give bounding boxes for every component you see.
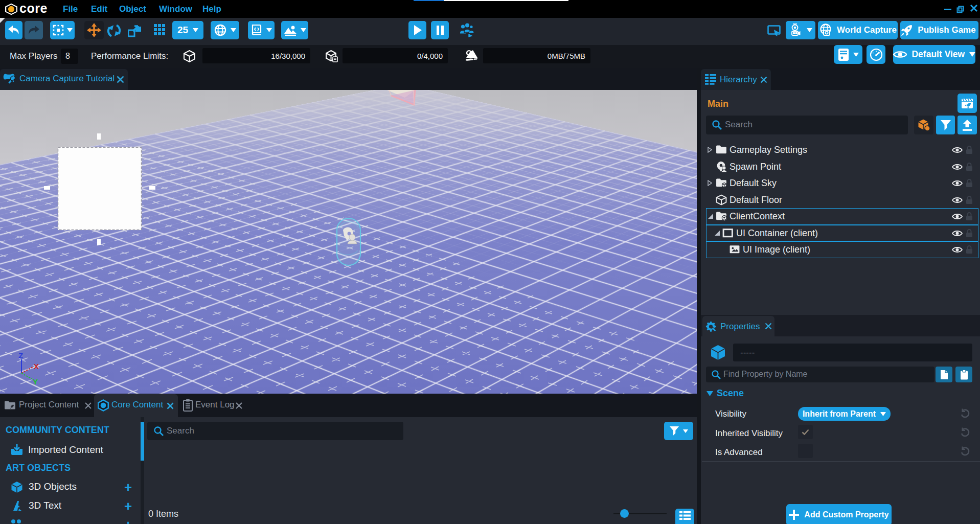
svg-text:Z: Z — [18, 351, 23, 360]
svg-text:Y: Y — [33, 377, 38, 386]
svg-text:X: X — [34, 362, 39, 371]
